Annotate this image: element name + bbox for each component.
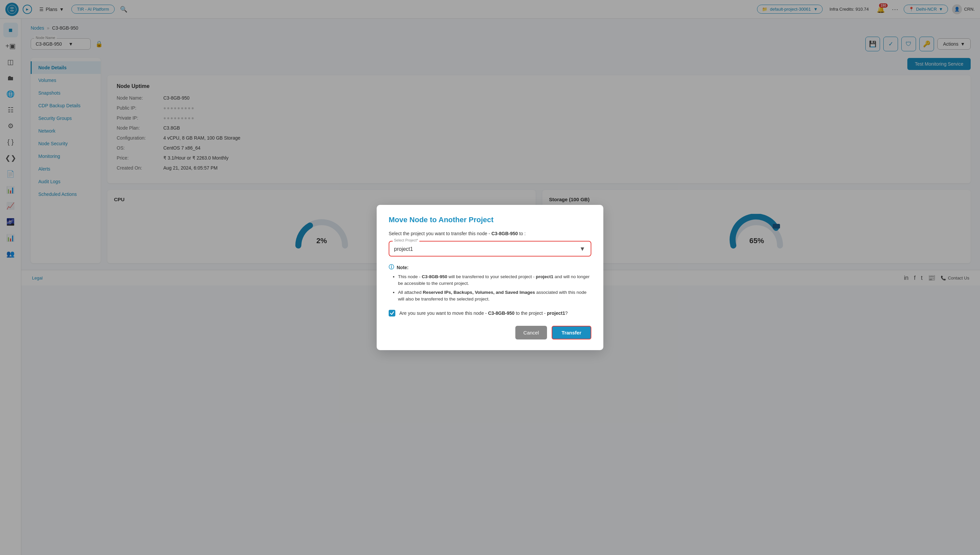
modal-node-name: C3-8GB-950 — [491, 231, 518, 236]
note-list: This node - C3-8GB-950 will be transferr… — [389, 274, 591, 303]
confirm-row: Are you sure you want to move this node … — [389, 310, 591, 316]
modal-subtitle-suffix: to : — [518, 231, 526, 236]
note-header: ⓘ Note: — [389, 264, 591, 271]
confirm-checkbox[interactable] — [389, 310, 395, 316]
modal-footer: Cancel Transfer — [389, 326, 591, 340]
modal-overlay[interactable]: Move Node to Another Project Select the … — [0, 0, 980, 555]
selected-project-value: project1 — [394, 246, 413, 252]
project-select-wrapper: Select Project* project1 ▼ — [389, 241, 591, 257]
note-header-label: Note: — [397, 265, 409, 270]
project-select-field[interactable]: project1 ▼ — [393, 243, 587, 253]
note-item-1: This node - C3-8GB-950 will be transferr… — [398, 274, 591, 287]
note-item-2: All attached Reserved IPs, Backups, Volu… — [398, 289, 591, 303]
modal-subtitle-prefix: Select the project you want to transfer … — [389, 231, 491, 236]
select-field-label: Select Project* — [393, 238, 419, 242]
confirm-text: Are you sure you want to move this node … — [399, 311, 568, 316]
cancel-button[interactable]: Cancel — [515, 326, 547, 340]
modal-title: Move Node to Another Project — [389, 215, 591, 224]
transfer-button[interactable]: Transfer — [552, 326, 591, 340]
note-box: ⓘ Note: This node - C3-8GB-950 will be t… — [389, 264, 591, 303]
modal-subtitle: Select the project you want to transfer … — [389, 231, 591, 236]
checkmark-icon — [390, 311, 394, 316]
info-icon: ⓘ — [389, 264, 394, 271]
move-node-modal: Move Node to Another Project Select the … — [377, 205, 603, 350]
select-chevron-icon: ▼ — [579, 245, 585, 252]
